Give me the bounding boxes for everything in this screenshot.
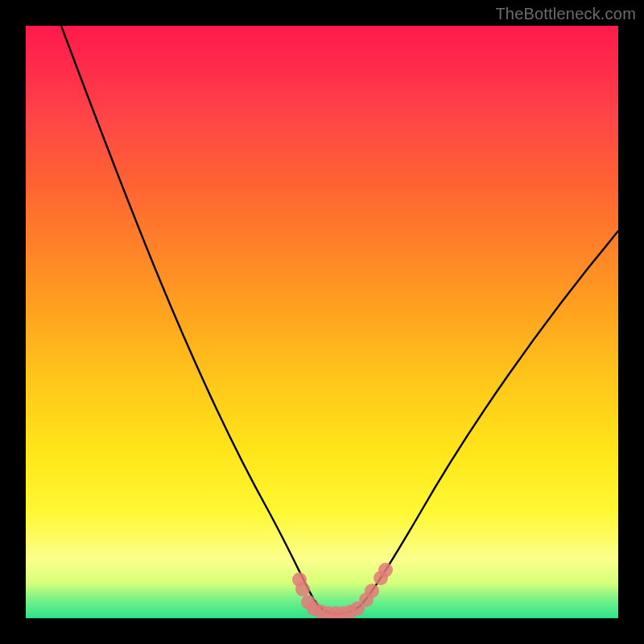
svg-point-1 — [295, 582, 310, 597]
curve-svg — [26, 26, 618, 618]
highlight-markers — [292, 563, 393, 618]
watermark-text: TheBottleneck.com — [495, 5, 636, 23]
bottleneck-curve-path — [61, 26, 618, 613]
chart-frame: TheBottleneck.com — [0, 0, 644, 644]
svg-point-13 — [378, 563, 393, 577]
plot-area — [26, 26, 618, 618]
svg-point-11 — [365, 584, 379, 598]
